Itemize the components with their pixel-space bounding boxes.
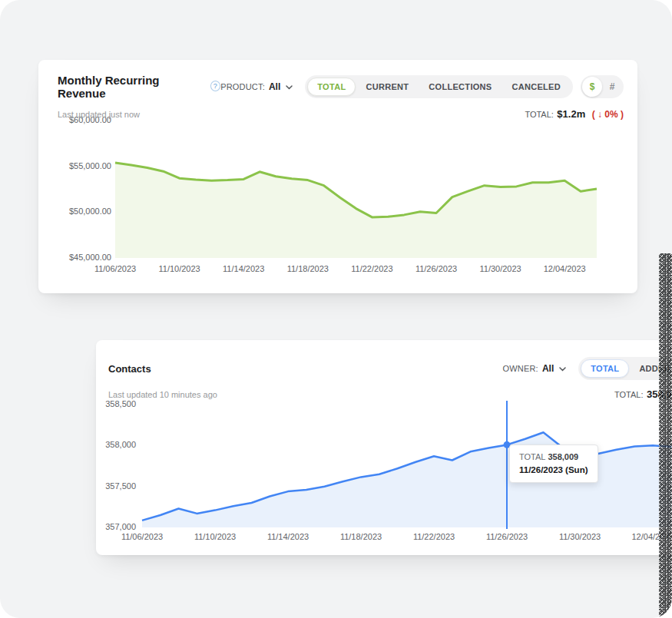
mrr-total-summary: TOTAL: $1.2m ( ↓ 0% ): [525, 107, 624, 121]
mrr-card-title: Monthly Recurring Revenue: [58, 74, 205, 100]
chevron-down-icon: [286, 85, 293, 90]
contacts-card-header: Contacts OWNER: All TOTALADDED: [96, 340, 672, 380]
area-fill: [115, 163, 597, 258]
contacts-subheader: Last updated 10 minutes ago TOTAL: 358,0…: [96, 380, 672, 401]
chart-tooltip: TOTAL358,009 11/26/2023 (Sun): [509, 444, 598, 483]
mrr-card-header: Monthly Recurring Revenue ? PRODUCT: All…: [38, 60, 637, 100]
product-filter-dropdown[interactable]: PRODUCT: All: [220, 81, 293, 92]
mrr-card: Monthly Recurring Revenue ? PRODUCT: All…: [38, 60, 637, 293]
contacts-total-label: TOTAL:: [614, 390, 644, 399]
contacts-tab-group: TOTALADDED: [578, 357, 672, 380]
tooltip-total-label: TOTAL: [519, 452, 545, 461]
contacts-card-title: Contacts: [108, 363, 151, 375]
mrr-total-change-badge: ( ↓ 0% ): [592, 109, 624, 120]
mrr-subheader: Last updated just now TOTAL: $1.2m ( ↓ 0…: [38, 100, 637, 121]
tooltip-date: 11/26/2023 (Sun): [519, 465, 588, 474]
owner-filter-label: OWNER:: [502, 364, 538, 373]
mrr-total-label: TOTAL:: [525, 110, 554, 119]
owner-filter-dropdown[interactable]: OWNER: All: [502, 363, 566, 374]
product-filter-value: All: [269, 81, 280, 92]
contacts-last-updated: Last updated 10 minutes ago: [108, 390, 217, 399]
tab-total[interactable]: TOTAL: [581, 359, 629, 378]
unit-option-count[interactable]: #: [602, 77, 622, 97]
tab-collections[interactable]: COLLECTIONS: [419, 78, 502, 96]
unit-option-currency[interactable]: $: [582, 77, 602, 97]
tab-current[interactable]: CURRENT: [356, 78, 419, 96]
tooltip-total-value: 358,009: [548, 452, 578, 461]
chevron-down-icon: [559, 367, 566, 372]
screen-edge-noise: [659, 253, 672, 618]
dashboard-background: Monthly Recurring Revenue ? PRODUCT: All…: [0, 0, 672, 618]
help-icon[interactable]: ?: [210, 81, 221, 91]
contacts-title-box: Contacts: [108, 363, 502, 375]
tab-canceled[interactable]: CANCELED: [502, 78, 571, 96]
tab-total[interactable]: TOTAL: [307, 78, 356, 96]
mrr-last-updated: Last updated just now: [58, 110, 140, 119]
tooltip-total-row: TOTAL358,009: [519, 452, 588, 461]
mrr-tab-group: TOTALCURRENTCOLLECTIONSCANCELED: [305, 75, 573, 98]
product-filter-label: PRODUCT:: [220, 82, 265, 91]
owner-filter-value: All: [542, 363, 554, 374]
mrr-total-value: $1.2m: [557, 108, 585, 120]
mrr-title-box: Monthly Recurring Revenue ?: [58, 74, 220, 100]
contacts-card: Contacts OWNER: All TOTALADDED Last upda…: [96, 340, 672, 555]
unit-toggle: $#: [581, 75, 624, 98]
